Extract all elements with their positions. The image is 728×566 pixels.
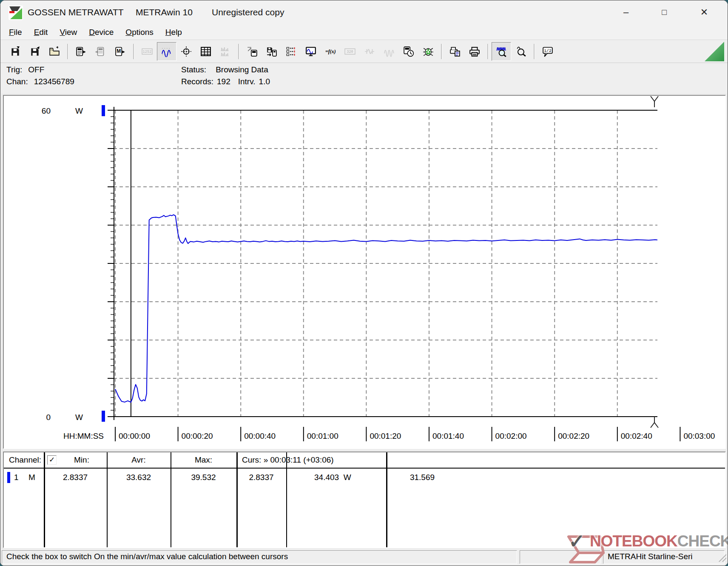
timed-recording-button[interactable] — [399, 42, 418, 61]
zoom-out-button[interactable] — [511, 42, 531, 61]
toolbar-separator — [441, 44, 442, 59]
save-import-button[interactable] — [25, 42, 45, 61]
filter-icon — [384, 46, 395, 57]
print-preview-button[interactable] — [445, 42, 465, 61]
maximize-button[interactable]: □ — [652, 3, 677, 22]
debug-button[interactable] — [418, 42, 438, 61]
analog-signal-icon — [364, 46, 375, 57]
filter-button — [379, 42, 399, 61]
statusbar-hint: Check the box to switch On the min/avr/m… — [2, 550, 517, 564]
max-value: 39.532 — [171, 473, 236, 482]
trigger-status: Trig:OFF — [6, 65, 44, 74]
open-file-button[interactable] — [45, 42, 64, 61]
monitor-view-icon — [305, 46, 316, 57]
chart-panel[interactable] — [3, 95, 726, 449]
column-divider — [171, 452, 171, 547]
channel-settings-icon — [286, 46, 297, 57]
send-to-device-button — [91, 42, 111, 61]
save-export-icon — [10, 46, 21, 57]
channel-header: Channel: — [9, 455, 41, 465]
trig-value: OFF — [28, 65, 44, 74]
device-settings-icon — [247, 46, 258, 57]
annotation-button[interactable]: 1/2 — [538, 42, 557, 61]
read-memory-button[interactable]: M — [111, 42, 130, 61]
menu-item-file[interactable]: File — [3, 28, 28, 37]
min-value: 2.8337 — [44, 473, 107, 482]
table-view-button[interactable] — [196, 42, 216, 61]
channel-settings-button[interactable] — [282, 42, 301, 61]
column-divider — [107, 452, 108, 547]
zoom-in-icon — [496, 46, 507, 57]
device-settings-button[interactable] — [242, 42, 262, 61]
save-import-icon — [29, 46, 40, 57]
numeric-display-button: 1252 — [137, 42, 157, 61]
close-button[interactable]: ✕ — [692, 3, 717, 22]
column-divider — [236, 452, 238, 547]
records-line: Records:192Intrv.1.0 — [181, 77, 270, 86]
print-icon — [469, 46, 480, 57]
zoom-out-icon — [515, 46, 526, 57]
cursor1-value: 2.8337 — [236, 473, 286, 482]
toolbar-separator — [238, 44, 239, 59]
store-device-settings-button[interactable] — [262, 42, 282, 61]
title-app: METRAwin 10 — [136, 7, 193, 17]
toolbar: M1252=f(x)3201/2 — [0, 40, 728, 63]
toolbar-separator — [67, 44, 68, 59]
menu-item-help[interactable]: Help — [159, 28, 188, 37]
menu-item-view[interactable]: View — [54, 28, 83, 37]
cursor-header: Curs: » 00:03:11 (+03:06) — [242, 455, 334, 465]
analog-signal-button — [360, 42, 379, 61]
records-label: Records: — [181, 77, 213, 86]
records-value: 192 — [217, 77, 230, 86]
chart-view-icon — [161, 46, 172, 57]
print-button[interactable] — [465, 42, 484, 61]
read-from-device-button[interactable] — [71, 42, 91, 61]
menu-item-options[interactable]: Options — [119, 28, 159, 37]
info-bar: Trig:OFF Chan:123456789 Status:Browsing … — [0, 63, 728, 93]
xy-view-button[interactable] — [176, 42, 196, 61]
column-divider — [286, 452, 287, 547]
svg-text:1252: 1252 — [143, 50, 152, 54]
minimize-button[interactable]: – — [614, 3, 638, 22]
device-display-button: 320 — [340, 42, 360, 61]
menu-item-edit[interactable]: Edit — [28, 28, 54, 37]
metrawin-window: GOSSEN METRAWATT METRAwin 10 Unregistere… — [0, 0, 728, 566]
device-display-icon: 320 — [344, 46, 355, 57]
zoom-in-button[interactable] — [492, 42, 511, 61]
status-value: Browsing Data — [216, 65, 268, 74]
interval-value: 1.0 — [259, 77, 270, 86]
status-line: Status:Browsing Data — [181, 65, 268, 74]
chan-value: 123456789 — [34, 77, 74, 86]
open-file-icon — [49, 46, 60, 57]
histogram-view-button — [216, 42, 235, 61]
cursor2-value: 34.403 W — [314, 473, 351, 482]
chart-view-button[interactable] — [157, 42, 176, 61]
minmax-checkbox[interactable]: ✓ — [47, 455, 57, 465]
svg-text:1/2: 1/2 — [544, 49, 552, 53]
menu-item-device[interactable]: Device — [83, 28, 119, 37]
svg-text:=f(x): =f(x) — [325, 49, 336, 54]
timed-recording-icon — [403, 46, 414, 57]
svg-text:M: M — [117, 48, 121, 54]
status-label: Status: — [181, 65, 206, 74]
monitor-view-button[interactable] — [301, 42, 321, 61]
svg-text:320: 320 — [347, 50, 353, 54]
toolbar-separator — [534, 44, 535, 59]
trig-label: Trig: — [6, 65, 22, 74]
gossen-metrawatt-logo-icon — [8, 5, 23, 20]
title-brand: GOSSEN METRAWATT — [28, 7, 124, 17]
send-to-device-icon — [95, 46, 106, 57]
annotation-icon: 1/2 — [542, 46, 553, 57]
statusbar-empty-section — [520, 550, 600, 564]
channel-mode: M — [28, 473, 35, 482]
channel-color-marker — [7, 472, 10, 483]
numeric-display-icon: 1252 — [142, 46, 153, 57]
formula-button[interactable]: =f(x) — [321, 42, 340, 61]
read-memory-icon: M — [115, 46, 126, 57]
chan-label: Chan: — [6, 77, 28, 86]
title-bar[interactable]: GOSSEN METRAWATT METRAwin 10 Unregistere… — [0, 0, 728, 25]
save-export-button[interactable] — [6, 42, 25, 61]
xy-view-icon — [181, 46, 192, 57]
interval-label: Intrv. — [238, 77, 256, 86]
toolbar-separator — [487, 44, 489, 59]
